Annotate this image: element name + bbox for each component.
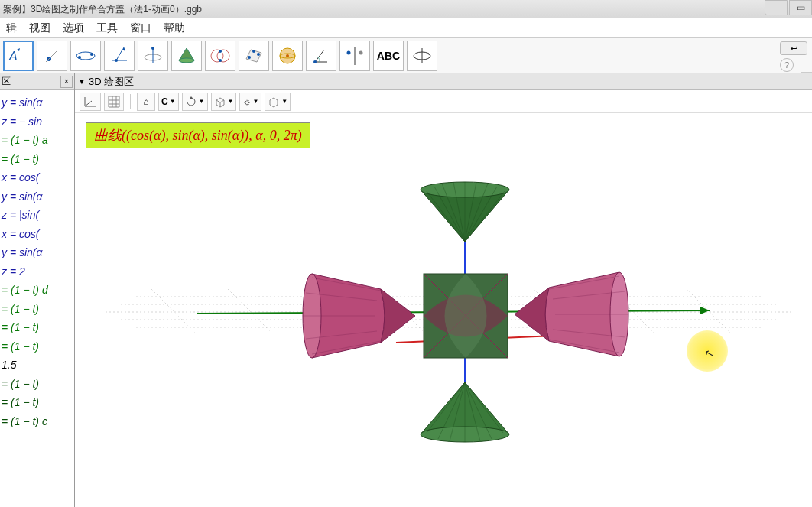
algebra-list[interactable]: y = sin(α z = − sin = (1 − t) a = (1 − t… bbox=[0, 90, 74, 434]
undo-button[interactable]: ↩ bbox=[780, 41, 807, 55]
svg-line-2 bbox=[46, 50, 58, 62]
list-item[interactable]: = (1 − t) a bbox=[2, 131, 73, 150]
rotate-view-icon bbox=[410, 44, 434, 68]
svg-point-20 bbox=[286, 54, 289, 57]
move-icon: A bbox=[6, 44, 31, 68]
box-icon bbox=[214, 96, 226, 108]
list-item[interactable]: y = sin(α bbox=[2, 93, 73, 112]
point-icon bbox=[40, 44, 64, 68]
menu-view[interactable]: 视图 bbox=[23, 21, 57, 35]
tool-angle[interactable] bbox=[306, 41, 336, 71]
algebra-title: 区 bbox=[2, 75, 11, 88]
list-item[interactable]: = (1 − t) bbox=[2, 375, 73, 394]
top-cone bbox=[421, 182, 509, 242]
menu-help[interactable]: 帮助 bbox=[158, 21, 191, 35]
menu-edit[interactable]: 辑 bbox=[0, 21, 23, 35]
list-item[interactable]: 1.5 bbox=[2, 356, 73, 375]
list-item[interactable]: = (1 − t) bbox=[2, 300, 73, 319]
list-item[interactable]: = (1 − t) bbox=[2, 318, 73, 337]
tool-point[interactable] bbox=[37, 41, 67, 71]
tool-text[interactable]: ABC bbox=[373, 41, 404, 71]
tool-line[interactable] bbox=[70, 41, 101, 71]
list-item[interactable]: = (1 − t) bbox=[2, 150, 73, 169]
svg-marker-44 bbox=[700, 307, 710, 314]
menu-window[interactable]: 窗口 bbox=[124, 21, 158, 35]
view3d-toolbar: ⌂ C▼ ▼ ▼ ☼▼ ▼ bbox=[75, 90, 812, 113]
reflect-icon bbox=[343, 44, 367, 68]
svg-point-4 bbox=[78, 56, 81, 59]
text-icon: ABC bbox=[377, 50, 400, 62]
cube-icon bbox=[268, 96, 280, 108]
svg-point-15 bbox=[248, 56, 251, 59]
line-icon bbox=[73, 44, 98, 68]
cone-icon bbox=[174, 44, 199, 68]
left-solid bbox=[303, 274, 415, 358]
list-item[interactable]: z = |sin( bbox=[2, 206, 73, 225]
list-item[interactable]: y = sin(α bbox=[2, 243, 73, 262]
content-area: 区 × y = sin(α z = − sin = (1 − t) a = (1… bbox=[0, 73, 812, 507]
list-item[interactable]: = (1 − t) c bbox=[2, 412, 73, 431]
algebra-view: 区 × y = sin(α z = − sin = (1 − t) a = (1… bbox=[0, 73, 75, 507]
graphics-3d-view: ▼ 3D 绘图区 ⌂ C▼ ▼ ▼ ☼▼ ▼ 曲线((cos(α), sin(α… bbox=[75, 73, 812, 507]
canvas-3d[interactable]: 曲线((cos(α), sin(α), sin(α)), α, 0, 2π) bbox=[75, 113, 812, 507]
tool-polygon[interactable] bbox=[138, 41, 168, 71]
svg-point-9 bbox=[151, 47, 154, 50]
main-toolbar: A ABC ↩ ? bbox=[0, 38, 812, 73]
svg-line-29 bbox=[85, 101, 92, 106]
svg-point-13 bbox=[219, 50, 222, 53]
center-block bbox=[424, 274, 508, 358]
tool-pyramid[interactable] bbox=[272, 41, 303, 71]
axes-icon bbox=[83, 95, 98, 109]
collapse-icon: ▼ bbox=[78, 77, 86, 86]
point-capture-dropdown[interactable]: C▼ bbox=[158, 93, 179, 111]
minimize-button[interactable]: — bbox=[765, 0, 788, 15]
menu-tools[interactable]: 工具 bbox=[90, 21, 124, 35]
sun-icon: ☼ bbox=[242, 96, 251, 107]
menu-bar: 辑 视图 选项 工具 窗口 帮助 bbox=[0, 18, 812, 38]
svg-text:A: A bbox=[8, 50, 18, 63]
list-item[interactable]: z = − sin bbox=[2, 112, 73, 132]
tool-move[interactable]: A bbox=[3, 41, 34, 71]
menu-options[interactable]: 选项 bbox=[57, 21, 90, 35]
intersect-icon bbox=[208, 44, 232, 68]
window-buttons: — ▭ bbox=[763, 0, 812, 15]
list-item[interactable]: y = sin(α bbox=[2, 187, 73, 206]
perpendicular-icon bbox=[107, 44, 132, 68]
list-item[interactable]: = (1 − t) bbox=[2, 337, 73, 356]
tool-rotate-view[interactable] bbox=[407, 41, 437, 71]
list-item[interactable]: x = cos( bbox=[2, 168, 73, 187]
view3d-header[interactable]: ▼ 3D 绘图区 bbox=[75, 73, 812, 90]
bottom-cone bbox=[421, 382, 509, 442]
svg-point-14 bbox=[219, 59, 222, 62]
list-item[interactable]: = (1 − t) d bbox=[2, 281, 73, 300]
polygon-icon bbox=[141, 44, 165, 68]
maximize-button[interactable]: ▭ bbox=[789, 0, 812, 15]
tool-perpendicular[interactable] bbox=[104, 41, 135, 71]
home-button[interactable]: ⌂ bbox=[137, 93, 155, 111]
axes-toggle[interactable] bbox=[80, 93, 101, 111]
list-item[interactable]: = (1 − t) bbox=[2, 393, 73, 412]
rotation-icon bbox=[185, 96, 197, 108]
sphere-icon bbox=[275, 44, 300, 68]
view3d-title: 3D 绘图区 bbox=[89, 75, 134, 89]
tool-reflect[interactable] bbox=[339, 41, 370, 71]
list-item[interactable]: z = 2 bbox=[2, 262, 73, 281]
clipping-dropdown[interactable]: ▼ bbox=[211, 93, 237, 111]
algebra-header: 区 × bbox=[0, 73, 74, 90]
algebra-close-button[interactable]: × bbox=[60, 76, 73, 88]
list-item[interactable]: x = cos( bbox=[2, 225, 73, 244]
rotate-dropdown[interactable]: ▼ bbox=[182, 93, 208, 111]
tool-circle[interactable] bbox=[171, 41, 202, 71]
view-dropdown[interactable]: ▼ bbox=[265, 93, 291, 111]
svg-point-17 bbox=[252, 50, 255, 53]
svg-point-5 bbox=[90, 53, 93, 56]
svg-point-6 bbox=[115, 59, 118, 62]
grid-toggle[interactable] bbox=[104, 93, 124, 111]
angle-icon bbox=[309, 44, 333, 68]
projection-dropdown[interactable]: ☼▼ bbox=[239, 93, 261, 111]
tool-sphere[interactable] bbox=[239, 41, 269, 71]
scene-3d bbox=[75, 113, 809, 507]
help-icon[interactable]: ? bbox=[780, 58, 794, 72]
tool-ellipse[interactable] bbox=[205, 41, 235, 71]
svg-point-21 bbox=[313, 60, 317, 63]
